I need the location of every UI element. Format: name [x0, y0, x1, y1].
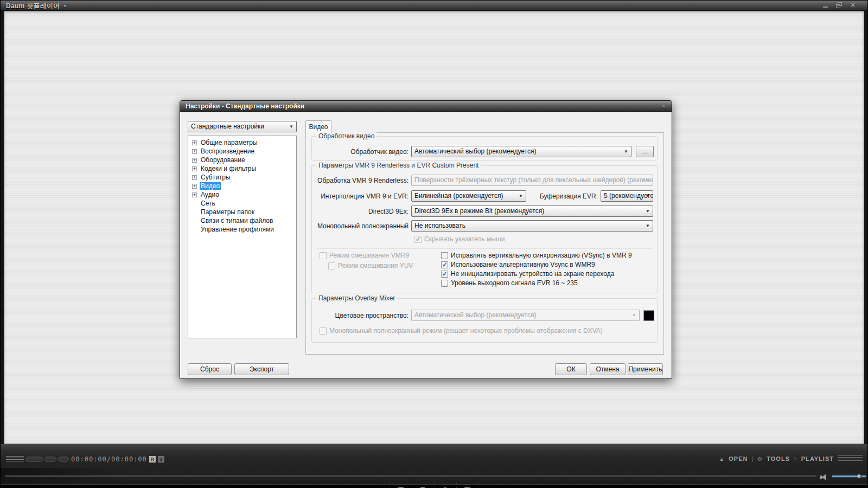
chevron-down-icon: ▼: [519, 191, 523, 202]
tree-item-devices[interactable]: +Оборудование: [188, 156, 296, 164]
tree-expand-icon[interactable]: +: [192, 192, 197, 197]
close-icon[interactable]: ×: [849, 2, 857, 8]
chevron-down-icon: ▼: [646, 206, 650, 217]
renderless-dropdown: Поверхности трёхмерных текстур (только д…: [411, 175, 653, 186]
tree-item-label: Кодеки и фильтры: [200, 165, 257, 172]
checkbox-icon[interactable]: [441, 271, 448, 278]
video-settings-panel: Обработчик видео Обработчик видео: Автом…: [305, 132, 664, 355]
exclusive-fullscreen-label: Монопольный полноэкранный: [313, 222, 411, 230]
time-display: 00:00:00/00:00:00 R S: [71, 455, 164, 463]
apply-button[interactable]: Применить: [628, 363, 663, 375]
checkbox-fix-vsync[interactable]: Исправлять вертикальную синхронизацию (V…: [441, 252, 632, 259]
checkbox-label: Уровень выходного сигнала EVR 16 ~ 235: [451, 279, 578, 287]
color-swatch-button[interactable]: [643, 310, 654, 321]
tree-expand-icon[interactable]: +: [192, 149, 197, 154]
tree-item-label: Сеть: [200, 200, 216, 207]
d3d9ex-dropdown[interactable]: Direct3D 9Ex в режиме Blt (рекомендуется…: [411, 206, 653, 217]
checkbox-icon[interactable]: [441, 261, 448, 268]
status-button-1[interactable]: [25, 457, 43, 462]
status-button-3[interactable]: [58, 457, 69, 462]
gear-icon: ⚙: [757, 456, 763, 462]
tree-item-file-associations[interactable]: Связи с типами файлов: [188, 216, 296, 225]
tools-button[interactable]: TOOLS: [767, 455, 790, 462]
tree-item-audio[interactable]: +Аудио: [188, 190, 296, 199]
open-button[interactable]: OPEN: [729, 455, 748, 462]
preset-dropdown[interactable]: Стандартные настройки ▼: [188, 121, 297, 132]
tree-expand-icon[interactable]: +: [192, 175, 197, 180]
checkbox-icon[interactable]: [441, 252, 448, 259]
checkbox-evr-output-level[interactable]: Уровень выходного сигнала EVR 16 ~ 235: [441, 279, 578, 287]
tree-item-folders[interactable]: Параметры папок: [188, 208, 296, 216]
tree-expand-icon[interactable]: +: [192, 166, 197, 171]
seek-bar[interactable]: [5, 476, 816, 477]
cancel-button[interactable]: Отмена: [590, 363, 626, 375]
checkbox-alt-vsync[interactable]: Использование альтернативную Vsync в WMR…: [441, 261, 595, 268]
tree-item-label: Связи с типами файлов: [200, 217, 274, 224]
group-video-renderer: Обработчик видео Обработчик видео: Автом…: [311, 136, 658, 160]
tree-expand-icon[interactable]: +: [192, 184, 197, 189]
tree-item-profiles[interactable]: Управление профилями: [188, 225, 296, 234]
shuffle-badge[interactable]: S: [158, 456, 164, 463]
interpolation-row: Интерполяция VMR 9 и EVR: Билинейная (ре…: [313, 190, 653, 202]
chevron-down-icon: ▼: [646, 175, 650, 186]
dialog-close-icon[interactable]: ×: [661, 101, 666, 111]
tree-item-playback[interactable]: +Воспроизведение: [188, 147, 296, 156]
tab-video[interactable]: Видео: [305, 120, 331, 133]
menu-grip-icon[interactable]: [6, 456, 24, 462]
minimize-icon[interactable]: [822, 2, 829, 8]
maximize-box-front: [836, 4, 840, 8]
renderer-label: Обработчик видео:: [313, 148, 411, 156]
export-button[interactable]: Экспорт: [234, 363, 289, 375]
resize-grip-icon[interactable]: [838, 455, 863, 462]
exclusive-fullscreen-dropdown[interactable]: Не использовать ▼: [411, 220, 653, 232]
checkbox-label: Не инициализировать устройство на экране…: [451, 270, 614, 278]
player-title[interactable]: Daum 팟플레이어▼: [6, 2, 67, 11]
checkbox-label: Режим смешивания VMR9: [329, 252, 409, 259]
tree-item-label-selected: Видео: [200, 182, 221, 190]
tree-item-label: Оборудование: [200, 156, 246, 164]
reset-button[interactable]: Сброс: [188, 363, 232, 375]
checkbox-icon: [414, 236, 422, 243]
checkbox-icon: [320, 252, 327, 259]
group-separator: [316, 248, 653, 249]
renderer-more-button[interactable]: ...: [636, 146, 654, 157]
ok-button[interactable]: ОК: [555, 363, 587, 375]
dialog-body: Стандартные настройки ▼ +Общие параметры…: [180, 112, 672, 378]
evr-buffer-dropdown[interactable]: 5 (рекомендуется) ▼: [601, 190, 653, 202]
tree-item-video[interactable]: +Видео: [188, 182, 296, 190]
tree-expand-icon[interactable]: +: [192, 158, 197, 163]
tree-item-general[interactable]: +Общие параметры: [188, 138, 296, 147]
tree-expand-icon[interactable]: +: [192, 140, 197, 145]
time-text: 00:00:00/00:00:00: [71, 455, 147, 463]
checkbox-label: Режим смешивания YUV: [338, 262, 413, 269]
repeat-badge[interactable]: R: [149, 456, 156, 463]
d3d9ex-row: Direct3D 9Ex: Direct3D 9Ex в режиме Blt …: [313, 206, 653, 217]
title-menu-caret-icon: ▼: [63, 4, 67, 9]
checkbox-label: Исправлять вертикальную синхронизацию (V…: [451, 252, 632, 259]
chevron-down-icon: ▼: [632, 310, 636, 321]
dialog-titlebar[interactable]: Настройки - Стандартные настройки ×: [180, 101, 672, 112]
renderer-dropdown[interactable]: Автоматический выбор (рекомендуется) ▼: [411, 146, 631, 157]
tree-item-subtitles[interactable]: +Субтитры: [188, 173, 296, 182]
evr-buffer-label: Буферизация EVR:: [526, 192, 601, 200]
checkbox-vmr9-mixing: Режим смешивания VMR9: [320, 252, 409, 259]
checkbox-no-init-transition[interactable]: Не инициализировать устройство на экране…: [441, 270, 614, 278]
dialog-title-text: Настройки - Стандартные настройки: [186, 102, 304, 110]
status-button-2[interactable]: [44, 457, 56, 462]
tree-item-network[interactable]: Сеть: [188, 199, 296, 208]
maximize-icon[interactable]: [835, 2, 843, 8]
exclusive-fullscreen-row: Монопольный полноэкранный Не использоват…: [313, 220, 653, 232]
checkbox-overlay-exclusive-fullscreen: Монопольный полноэкранный режим (решает …: [320, 327, 603, 335]
playlist-button[interactable]: PLAYLIST: [801, 455, 834, 462]
tree-item-codecs[interactable]: +Кодеки и фильтры: [188, 164, 296, 173]
colorspace-label: Цветовое пространство:: [313, 312, 411, 319]
interpolation-dropdown[interactable]: Билинейная (рекомендуется) ▼: [411, 190, 526, 202]
group-title: Обработчик видео: [316, 132, 376, 140]
chevron-down-icon: ▼: [289, 121, 293, 132]
tree-item-label: Субтитры: [200, 174, 232, 181]
checkbox-hide-cursor: Скрывать указатель мыши: [414, 235, 505, 243]
statusbar-right: ▲ OPEN | ⚙ TOOLS ≡ PLAYLIST: [719, 455, 834, 462]
checkbox-icon[interactable]: [441, 280, 448, 287]
preset-dropdown-value: Стандартные настройки: [191, 123, 264, 130]
volume-knob[interactable]: [857, 474, 861, 479]
